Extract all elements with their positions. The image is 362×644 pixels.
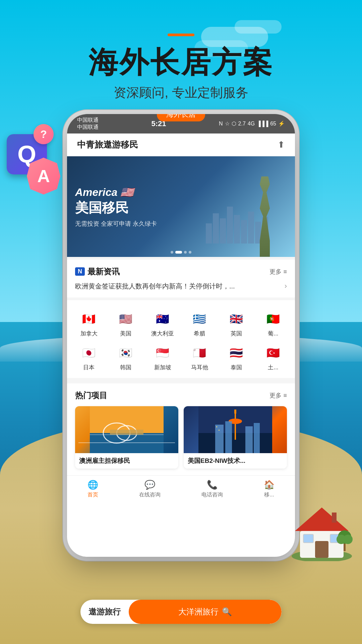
country-item[interactable]: 🇸🇬 新加坡	[144, 341, 181, 375]
country-item[interactable]: 🇹🇷 土...	[255, 341, 292, 375]
dot-2	[175, 251, 182, 254]
building	[206, 223, 212, 244]
nav-home-label: 首页	[87, 491, 98, 498]
bottom-search-bar[interactable]: 遨游旅行 大洋洲旅行 🔍	[80, 600, 282, 624]
phone-icon: 📞	[207, 480, 218, 490]
card-img-australia	[75, 406, 178, 453]
cloud-2	[235, 20, 282, 34]
banner: America 🇺🇸 美国移民 无需投资 全家可申请 永久绿卡	[67, 156, 295, 257]
search-area[interactable]: 大洋洲旅行 🔍	[129, 600, 282, 624]
nav-chat[interactable]: 💬 在线咨询	[139, 480, 161, 498]
nav-chat-label: 在线咨询	[139, 491, 161, 498]
building	[248, 212, 254, 244]
country-item[interactable]: 🇯🇵 日本	[70, 341, 107, 375]
country-item[interactable]: 🇵🇹 葡...	[255, 307, 292, 341]
country-name: 加拿大	[80, 330, 98, 337]
bottom-nav: 🌐 首页 💬 在线咨询 📞 电话咨询 🏠 移...	[67, 475, 295, 504]
project-card-australia[interactable]: 澳洲雇主担保移民	[75, 406, 178, 469]
seattle-svg	[184, 406, 287, 453]
page-subtitle: 资深顾问, 专业定制服务	[0, 84, 362, 101]
svg-rect-12	[225, 421, 232, 453]
news-arrow: ›	[285, 282, 287, 290]
building	[241, 220, 247, 244]
header: 海外长居方案 资深顾问, 专业定制服务	[0, 34, 362, 101]
banner-text: America 🇺🇸 美国移民 无需投资 全家可申请 永久绿卡	[75, 185, 157, 227]
country-item[interactable]: 🇺🇸 美国	[107, 307, 144, 341]
country-name: 葡...	[268, 330, 278, 337]
home-icon: 🌐	[87, 480, 98, 490]
country-item[interactable]: 🇦🇺 澳大利亚	[144, 307, 181, 341]
country-item[interactable]: 🇬🇷 希腊	[181, 307, 218, 341]
country-name: 澳大利亚	[151, 330, 174, 337]
move-icon: 🏠	[264, 480, 275, 490]
country-name: 韩国	[120, 364, 131, 371]
project-cards: 澳洲雇主担保移民	[75, 406, 287, 469]
country-flag-usa: 🇺🇸	[117, 310, 134, 328]
country-flag-au: 🇦🇺	[154, 310, 171, 328]
hot-section: 热门项目 更多 ≡ 澳洲雇主担保移	[67, 381, 295, 475]
svg-rect-21	[303, 534, 313, 543]
country-item[interactable]: 🇲🇹 马耳他	[181, 341, 218, 375]
banner-cn-text: 美国移民	[75, 198, 157, 217]
hot-title: 热门项目	[75, 390, 107, 401]
building	[213, 213, 219, 244]
app-header: 中青旅遨游移民 ⬆	[67, 133, 295, 156]
country-name: 马耳他	[191, 364, 208, 371]
news-item[interactable]: 欧洲黄金签证获批人数再创年内新高！关停倒计时，... ›	[75, 282, 287, 291]
country-flag-th: 🇹🇭	[228, 344, 245, 362]
svg-rect-1	[90, 433, 164, 453]
svg-rect-16	[219, 430, 220, 431]
card-label-usa: 美国EB2-NIW技术...	[184, 453, 287, 469]
chat-icon: 💬	[144, 480, 155, 490]
banner-main-text: America 🇺🇸	[75, 185, 157, 198]
country-item[interactable]: 🇬🇧 英国	[218, 307, 255, 341]
page-title: 海外长居方案	[0, 46, 362, 79]
hot-more-btn[interactable]: 更多 ≡	[269, 391, 287, 399]
banner-dots	[171, 251, 191, 254]
building	[227, 207, 233, 244]
accent-line	[168, 34, 194, 36]
countries-grid: 🇨🇦 加拿大 🇺🇸 美国 🇦🇺 澳大利亚 🇬🇷 希腊 🇬🇧 英国 🇵🇹	[67, 307, 295, 375]
nav-move[interactable]: 🏠 移...	[264, 480, 275, 498]
search-text: 大洋洲旅行	[178, 606, 219, 617]
country-item[interactable]: 🇹🇭 泰国	[218, 341, 255, 375]
app-title: 中青旅遨游移民	[77, 139, 138, 151]
nav-move-label: 移...	[264, 491, 274, 498]
country-name: 泰国	[231, 364, 242, 371]
dot-1	[171, 251, 173, 254]
news-section: N 最新资讯 更多 ≡ 欧洲黄金签证获批人数再创年内新高！关停倒计时，... ›	[67, 257, 295, 298]
news-title: N 最新资讯	[75, 266, 120, 277]
country-flag-mt: 🇲🇹	[191, 344, 208, 362]
country-item[interactable]: 🇰🇷 韩国	[107, 341, 144, 375]
banner-sub-text: 无需投资 全家可申请 永久绿卡	[75, 219, 157, 227]
question-mark-bubble: ?	[34, 124, 54, 144]
country-flag-canada: 🇨🇦	[80, 310, 98, 328]
news-more-btn[interactable]: 更多 ≡	[269, 268, 287, 276]
countries-section: 🇨🇦 加拿大 🇺🇸 美国 🇦🇺 澳大利亚 🇬🇷 希腊 🇬🇧 英国 🇵🇹	[67, 300, 295, 378]
phone-mockup: 海外长居 中国联通 中国联通 5:21 N ☆ ⬡ 2.7 4G ▐▐▐ 65 …	[67, 114, 295, 557]
svg-rect-11	[215, 425, 224, 453]
country-flag-jp: 🇯🇵	[80, 344, 98, 362]
country-flag-pt: 🇵🇹	[264, 310, 282, 328]
country-item[interactable]: 🇨🇦 加拿大	[70, 307, 107, 341]
building	[220, 218, 226, 244]
nav-home[interactable]: 🌐 首页	[87, 480, 98, 498]
house-decoration	[288, 501, 355, 570]
country-name: 美国	[120, 330, 131, 337]
phone-tag: 海外长居	[157, 114, 205, 121]
qa-bubbles: Q ? A	[7, 134, 47, 174]
divider-2	[67, 378, 295, 381]
share-icon[interactable]: ⬆	[278, 140, 285, 150]
dot-4	[189, 251, 191, 254]
svg-rect-14	[254, 423, 260, 453]
svg-rect-5	[110, 430, 143, 435]
n-badge: N	[75, 267, 85, 276]
status-icons: N ☆ ⬡ 2.7 4G ▐▐▐ 65 ⚡	[219, 120, 285, 127]
news-header: N 最新资讯 更多 ≡	[75, 266, 287, 277]
svg-rect-13	[245, 426, 253, 453]
svg-point-26	[343, 535, 353, 544]
svg-rect-10	[234, 410, 236, 414]
project-card-usa[interactable]: 美国EB2-NIW技术...	[184, 406, 287, 469]
building	[234, 215, 240, 244]
nav-phone[interactable]: 📞 电话咨询	[201, 480, 223, 498]
